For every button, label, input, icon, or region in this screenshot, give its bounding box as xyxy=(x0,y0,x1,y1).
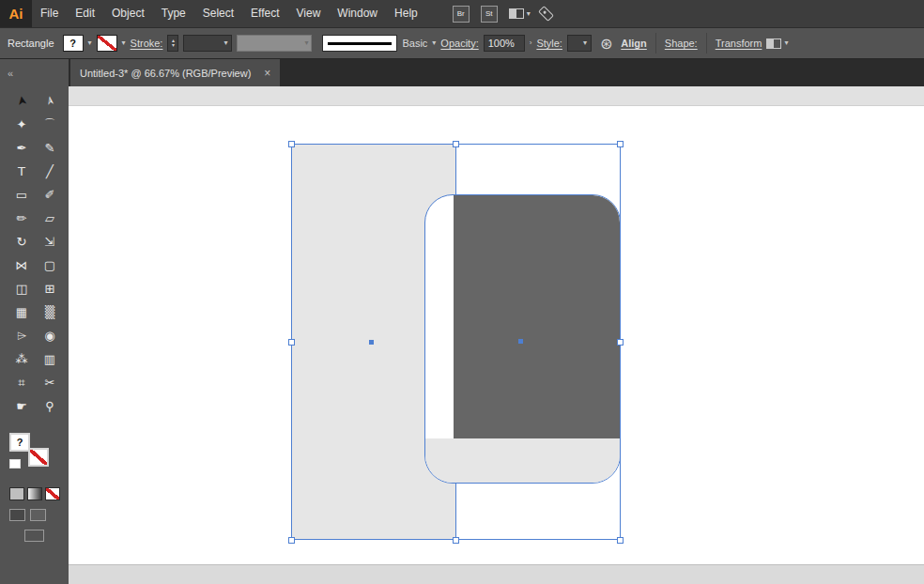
selection-handle-bottom-middle[interactable] xyxy=(453,537,459,544)
menu-item-edit[interactable]: Edit xyxy=(67,0,103,27)
chevron-down-icon: ▾ xyxy=(223,39,227,47)
mesh-tool[interactable]: ▦ xyxy=(8,300,35,324)
dark-rectangle-shape[interactable] xyxy=(454,195,620,439)
stock-button[interactable]: St xyxy=(481,6,498,23)
selection-handle-bottom-right[interactable] xyxy=(617,537,624,544)
document-tab-title: Untitled-3* @ 66.67% (RGB/Preview) xyxy=(80,68,251,79)
stroke-label[interactable]: Stroke: xyxy=(131,38,163,49)
panel-options-button[interactable]: ▾ xyxy=(766,38,788,49)
perspective-grid-tool[interactable]: ⊞ xyxy=(37,277,63,300)
eraser-tool[interactable]: ▱ xyxy=(37,207,63,230)
gradient-button[interactable] xyxy=(27,487,42,500)
separator xyxy=(706,33,707,54)
arrange-documents-button[interactable]: ▾ xyxy=(509,8,531,19)
selection-tool[interactable]: ➤ xyxy=(8,86,35,116)
tools-panel: « ➤ ➢ ✦ ⌒ ✒ ✎ T ╱ ▭ ✐ ✏ ▱ ↻ ⇲ ⋈ ▢ ◫ ⊞ xyxy=(0,59,69,584)
menu-item-window[interactable]: Window xyxy=(329,0,386,27)
separator xyxy=(655,33,656,54)
color-button[interactable] xyxy=(9,487,24,500)
stroke-style-preview[interactable] xyxy=(322,35,397,52)
illustrator-app: Ai File Edit Object Type Select Effect V… xyxy=(0,0,924,584)
selection-handle-bottom-left[interactable] xyxy=(288,537,295,544)
variable-width-profile-select: ▾ xyxy=(237,35,312,52)
menu-bar: Ai File Edit Object Type Select Effect V… xyxy=(0,0,924,27)
free-transform-tool[interactable]: ▢ xyxy=(37,254,63,277)
direct-selection-tool[interactable]: ➢ xyxy=(36,86,63,116)
center-anchor-rounded-rectangle[interactable] xyxy=(518,339,523,344)
style-label[interactable]: Style: xyxy=(536,38,562,49)
pen-tool[interactable]: ✒ xyxy=(8,136,35,160)
draw-behind-button[interactable] xyxy=(30,509,46,521)
menu-item-object[interactable]: Object xyxy=(103,0,153,27)
blend-tool[interactable]: ◉ xyxy=(37,324,63,347)
selection-handle-middle-left[interactable] xyxy=(288,339,295,346)
menu-item-file[interactable]: File xyxy=(32,0,67,27)
chevron-right-icon[interactable]: › xyxy=(530,39,532,47)
menu-item-view[interactable]: View xyxy=(288,0,330,27)
shape-builder-tool[interactable]: ◫ xyxy=(8,277,35,300)
column-graph-tool[interactable]: ▥ xyxy=(37,347,63,371)
slice-tool[interactable]: ✂ xyxy=(37,371,63,394)
menu-item-select[interactable]: Select xyxy=(194,0,242,27)
magic-wand-tool[interactable]: ✦ xyxy=(8,113,35,136)
bridge-button[interactable]: Br xyxy=(453,6,470,23)
curvature-tool[interactable]: ✎ xyxy=(37,136,63,160)
touch-workspace-icon[interactable] xyxy=(538,6,554,22)
collapse-panel-icon[interactable]: « xyxy=(8,68,13,79)
chevron-down-icon: ▾ xyxy=(784,39,788,47)
brush-definition-value[interactable]: Basic xyxy=(402,38,427,49)
opacity-field[interactable]: 100% xyxy=(484,35,525,52)
pencil-tool[interactable]: ✏ xyxy=(8,207,35,230)
stroke-none-swatch[interactable] xyxy=(28,448,49,467)
menubar-right-cluster: Br St ▾ xyxy=(453,6,550,23)
zoom-tool[interactable]: ⚲ xyxy=(37,394,63,418)
menu-item-type[interactable]: Type xyxy=(153,0,194,27)
menu-item-effect[interactable]: Effect xyxy=(242,0,287,27)
none-button[interactable] xyxy=(45,487,60,500)
app-logo: Ai xyxy=(0,0,32,27)
center-anchor-light-rectangle[interactable] xyxy=(369,340,374,345)
shape-label[interactable]: Shape: xyxy=(665,38,698,49)
selection-handle-top-left[interactable] xyxy=(288,141,295,147)
workspace-body: « ➤ ➢ ✦ ⌒ ✒ ✎ T ╱ ▭ ✐ ✏ ▱ ↻ ⇲ ⋈ ▢ ◫ ⊞ xyxy=(0,59,924,584)
chevron-down-icon[interactable]: ▾ xyxy=(122,39,126,47)
transform-label[interactable]: Transform xyxy=(716,38,762,49)
recolor-artwork-icon[interactable]: ⊛ xyxy=(600,35,612,53)
document-tab[interactable]: Untitled-3* @ 66.67% (RGB/Preview) × xyxy=(70,59,280,86)
lasso-tool[interactable]: ⌒ xyxy=(37,113,63,136)
color-mode-row xyxy=(9,487,69,500)
selection-handle-top-right[interactable] xyxy=(617,141,624,147)
stroke-weight-stepper[interactable]: ▴ ▾ xyxy=(167,35,178,52)
menu-item-help[interactable]: Help xyxy=(386,0,426,27)
selection-handle-top-middle[interactable] xyxy=(453,141,459,147)
stroke-color-swatch[interactable] xyxy=(97,35,117,52)
eyedropper-tool[interactable]: ⌲ xyxy=(8,324,35,347)
symbol-sprayer-tool[interactable]: ⁂ xyxy=(8,347,35,371)
fill-swatch[interactable]: ? xyxy=(9,433,30,452)
default-fill-stroke-icon[interactable] xyxy=(9,459,21,469)
width-tool[interactable]: ⋈ xyxy=(8,254,35,277)
opacity-label[interactable]: Opacity: xyxy=(440,38,478,49)
type-tool[interactable]: T xyxy=(8,160,35,183)
line-segment-tool[interactable]: ╱ xyxy=(37,160,63,183)
hand-tool[interactable]: ☛ xyxy=(8,394,35,418)
chevron-down-icon[interactable]: ▾ xyxy=(432,39,436,47)
canvas xyxy=(69,86,924,584)
fill-color-swatch[interactable]: ? xyxy=(63,35,84,52)
paintbrush-tool[interactable]: ✐ xyxy=(37,183,63,207)
close-icon[interactable]: × xyxy=(264,67,270,80)
chevron-down-icon[interactable]: ▾ xyxy=(88,39,92,47)
drawing-modes-row xyxy=(9,509,69,521)
draw-normal-button[interactable] xyxy=(9,509,25,521)
selection-handle-middle-right[interactable] xyxy=(617,339,624,346)
fill-stroke-indicator: ? xyxy=(9,433,58,476)
style-select[interactable]: ▾ xyxy=(567,35,592,52)
rectangle-tool[interactable]: ▭ xyxy=(8,183,35,207)
artboard-tool[interactable]: ⌗ xyxy=(8,371,35,394)
align-label[interactable]: Align xyxy=(621,38,647,49)
gradient-tool[interactable]: ▒ xyxy=(37,300,63,324)
scale-tool[interactable]: ⇲ xyxy=(37,230,63,254)
stroke-weight-select[interactable]: ▾ xyxy=(183,35,232,52)
rotate-tool[interactable]: ↻ xyxy=(8,230,35,254)
screen-mode-button[interactable] xyxy=(24,530,44,542)
